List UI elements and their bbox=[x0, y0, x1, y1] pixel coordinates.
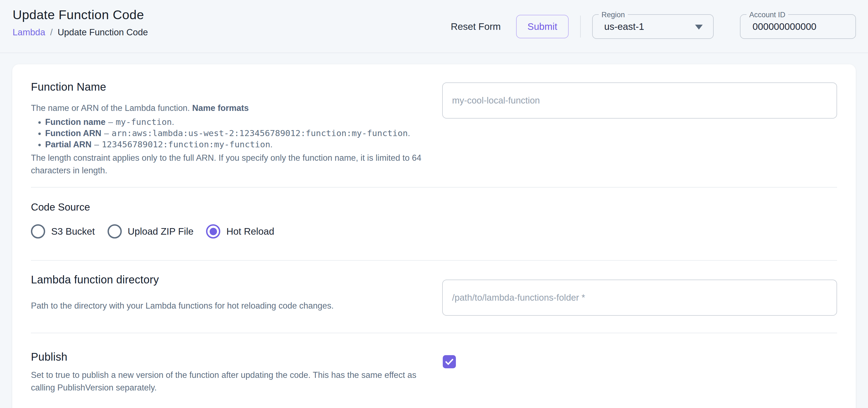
directory-heading: Lambda function directory bbox=[31, 272, 428, 287]
region-select[interactable]: Region us-east-1 bbox=[592, 14, 714, 39]
region-select-label: Region bbox=[599, 10, 628, 20]
directory-description: Path to the directory with your Lambda f… bbox=[31, 300, 428, 312]
publish-checkbox[interactable] bbox=[443, 355, 456, 368]
directory-section: Lambda function directory Path to the di… bbox=[31, 272, 428, 312]
function-name-section: Function Name The name or ARN of the Lam… bbox=[31, 80, 428, 177]
list-item: Function name–my-function. bbox=[45, 116, 428, 127]
publish-description: Set to true to publish a new version of … bbox=[31, 369, 433, 394]
code-source-radio-group: S3 Bucket Upload ZIP File Hot Reload bbox=[31, 224, 441, 238]
radio-hot-reload[interactable]: Hot Reload bbox=[206, 224, 274, 238]
chevron-down-icon bbox=[695, 25, 703, 30]
header-title-block: Update Function Code Lambda / Update Fun… bbox=[12, 7, 148, 37]
function-name-description: The name or ARN of the Lambda function. … bbox=[31, 102, 428, 114]
name-format-list: Function name–my-function. Function ARN–… bbox=[31, 116, 428, 150]
page-header: Update Function Code Lambda / Update Fun… bbox=[0, 0, 868, 53]
function-name-heading: Function Name bbox=[31, 80, 428, 94]
radio-s3-bucket[interactable]: S3 Bucket bbox=[31, 224, 95, 238]
region-select-value: us-east-1 bbox=[593, 21, 644, 32]
form-card: Function Name The name or ARN of the Lam… bbox=[12, 64, 856, 408]
submit-button[interactable]: Submit bbox=[516, 15, 569, 38]
reset-form-button[interactable]: Reset Form bbox=[443, 16, 508, 37]
header-actions: Reset Form Submit Region us-east-1 Accou… bbox=[443, 0, 856, 53]
function-name-input[interactable] bbox=[442, 82, 837, 119]
radio-icon bbox=[31, 224, 45, 238]
section-divider bbox=[31, 333, 837, 333]
header-divider bbox=[580, 16, 581, 37]
account-id-field: Account ID bbox=[740, 14, 856, 39]
radio-icon bbox=[107, 224, 122, 238]
breadcrumb-lambda-link[interactable]: Lambda bbox=[12, 27, 45, 37]
page-title: Update Function Code bbox=[12, 7, 148, 22]
section-divider bbox=[31, 187, 837, 187]
code-source-heading: Code Source bbox=[31, 201, 441, 213]
breadcrumb: Lambda / Update Function Code bbox=[12, 27, 148, 37]
publish-section: Publish Set to true to publish a new ver… bbox=[31, 350, 433, 394]
list-item: Function ARN–arn:aws:lambda:us-west-2:12… bbox=[45, 127, 428, 139]
breadcrumb-separator: / bbox=[50, 27, 53, 37]
code-source-section: Code Source S3 Bucket Upload ZIP File Ho… bbox=[31, 201, 441, 238]
account-id-input[interactable] bbox=[741, 21, 856, 32]
account-id-label: Account ID bbox=[746, 10, 788, 20]
directory-input[interactable] bbox=[442, 280, 837, 316]
list-item: Partial ARN–123456789012:function:my-fun… bbox=[45, 139, 428, 150]
function-name-constraint-note: The length constraint applies only to th… bbox=[31, 152, 428, 177]
radio-upload-zip[interactable]: Upload ZIP File bbox=[107, 224, 194, 238]
section-divider bbox=[31, 260, 837, 261]
checkmark-icon bbox=[444, 356, 455, 367]
publish-heading: Publish bbox=[31, 350, 433, 364]
radio-icon bbox=[206, 224, 220, 238]
breadcrumb-current: Update Function Code bbox=[58, 27, 148, 37]
